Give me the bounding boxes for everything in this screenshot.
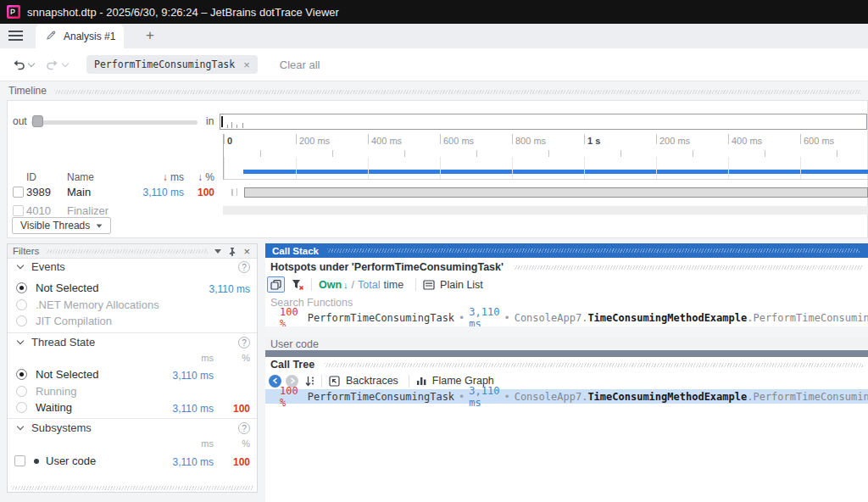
help-icon[interactable] [238, 261, 250, 273]
call-stack-header[interactable]: Call Stack [265, 243, 868, 258]
thread-checkbox[interactable] [13, 187, 24, 198]
thread-lifetime-bar[interactable] [244, 187, 868, 198]
pin-icon[interactable] [228, 247, 236, 256]
timeline-ruler: 0200 ms400 ms600 ms800 ms1 s200 ms400 ms… [223, 134, 868, 157]
filter-chip[interactable]: PerformTimeConsumingTask × [86, 55, 258, 74]
thread-state-section-title: Thread State [31, 336, 95, 349]
overview-tick [227, 125, 228, 128]
call-tree-title-texture [325, 363, 863, 367]
col-id[interactable]: ID [26, 171, 36, 183]
zoom-slider-track[interactable] [31, 120, 198, 125]
total-time-toggle[interactable]: Total [358, 279, 380, 291]
overview-tick [242, 123, 243, 128]
row-method: .PerformTimeConsumingTask(Int32) [747, 391, 868, 403]
row-pct: 100 % [280, 385, 298, 409]
new-tab-button[interactable]: + [141, 26, 159, 45]
col-ms[interactable]: ↓ ms [128, 171, 184, 183]
radio-selected-icon[interactable] [16, 282, 27, 293]
user-code-label: User code [270, 338, 319, 350]
redo-button[interactable] [46, 59, 59, 70]
filters-panel-title: Filters [13, 246, 39, 256]
panel-menu-icon[interactable] [214, 249, 221, 254]
user-code-section-row[interactable]: User code [265, 337, 868, 350]
filter-option-net-memory[interactable]: .NET Memory Allocations [8, 298, 257, 311]
collapse-chevron-icon [17, 262, 24, 269]
main-toolbar: PerformTimeConsumingTask × Clear all [0, 48, 868, 81]
undo-dropdown-icon[interactable] [28, 60, 35, 67]
clear-all-button[interactable]: Clear all [280, 59, 320, 71]
divider [8, 332, 257, 333]
thread-mini-tick [236, 188, 237, 196]
bullet-separator: • [459, 391, 465, 403]
filter-chip-close-icon[interactable]: × [243, 59, 250, 70]
radio-icon[interactable] [16, 315, 27, 326]
hotspot-function-row[interactable]: 100 % PerformTimeConsumingTask • 3,110 m… [265, 310, 868, 325]
thread-checkbox[interactable] [13, 205, 24, 216]
plain-list-icon[interactable] [423, 280, 435, 290]
filters-header-texture [46, 249, 208, 254]
col-name[interactable]: Name [67, 171, 94, 183]
bullet-separator: • [504, 312, 509, 324]
collapse-chevron-icon [17, 423, 24, 430]
sort-icon[interactable] [305, 376, 314, 387]
radio-icon[interactable] [16, 386, 27, 397]
filter-option-ts-not-selected[interactable]: Not Selected [8, 368, 257, 381]
filter-option-running[interactable]: Running [8, 385, 257, 398]
events-section-header[interactable]: Events [8, 260, 257, 273]
filter-option-ms: 3,110 ms [209, 283, 250, 295]
row-time-value: 3,110 ms [469, 385, 499, 409]
window-title: snnapshot.dtp - 2025/6/30, 9:26:24 – Jet… [27, 6, 339, 19]
help-icon[interactable] [238, 337, 250, 349]
plain-list-label[interactable]: Plain List [440, 279, 483, 291]
own-total-separator: / [352, 279, 354, 291]
timeline-activity-bar[interactable] [243, 170, 868, 174]
filter-chip-label: PerformTimeConsumingTask [94, 59, 235, 70]
overview-tick [231, 122, 232, 128]
timeline-overview-strip[interactable] [220, 114, 867, 130]
radio-icon[interactable] [16, 299, 27, 310]
tab-bar: Analysis #1 + [0, 24, 868, 48]
hotspots-title-texture [514, 265, 863, 270]
filter-option-user-code[interactable]: User code [8, 455, 257, 467]
subsystems-section-header[interactable]: Subsystems [8, 421, 257, 434]
visible-threads-label: Visible Threads [20, 220, 90, 231]
close-icon[interactable]: × [243, 245, 250, 258]
row-class: TimeConsumingMethodExample [587, 391, 747, 403]
remove-filter-icon[interactable] [292, 279, 304, 291]
help-icon[interactable] [238, 422, 250, 434]
col-pct[interactable]: ↓ % [187, 171, 214, 183]
merge-recursive-calls-toggle[interactable] [267, 276, 285, 293]
thread-lifetime-strip[interactable] [223, 206, 868, 215]
call-tree-title: Call Tree [270, 359, 314, 371]
redo-dropdown-icon[interactable] [62, 60, 69, 67]
hotspot-class: TimeConsumingMethodExample [587, 312, 747, 324]
search-functions-input[interactable] [270, 295, 626, 310]
filter-option-waiting[interactable]: Waiting [8, 401, 257, 414]
filter-option-jit[interactable]: JIT Compilation [8, 315, 257, 327]
thread-state-section-header[interactable]: Thread State [8, 336, 257, 349]
visible-threads-dropdown[interactable]: Visible Threads [12, 217, 111, 234]
hamburger-menu-icon[interactable] [8, 31, 23, 42]
zoom-in-label: in [206, 115, 214, 127]
tab-label: Analysis #1 [64, 31, 115, 42]
flame-graph-icon[interactable] [416, 376, 427, 386]
ms-column-label: ms [201, 353, 214, 363]
backtraces-icon[interactable] [329, 376, 341, 387]
backtraces-label[interactable]: Backtraces [346, 375, 398, 387]
section-splitter-bar[interactable] [265, 350, 868, 357]
undo-button[interactable] [12, 59, 25, 70]
subsystem-checkbox[interactable] [14, 455, 25, 466]
call-tree-selected-row[interactable]: 100 % PerformTimeConsumingTask • 3,110 m… [265, 389, 868, 404]
hotspot-method: .PerformTimeConsumingTask(Int32) [747, 312, 868, 324]
tab-analysis-1[interactable]: Analysis #1 [36, 24, 124, 48]
zoom-slider-handle[interactable] [32, 115, 43, 127]
bullet-separator: • [504, 391, 509, 403]
radio-selected-icon[interactable] [16, 369, 27, 380]
hotspots-title-row: Hotspots under 'PerformTimeConsumingTask… [270, 261, 863, 273]
own-time-toggle[interactable]: Own [319, 279, 348, 291]
pencil-icon [46, 29, 57, 44]
call-stack-title: Call Stack [272, 246, 319, 256]
subsystem-color-dot [34, 459, 39, 464]
timeline-panel: out in 0200 ms400 ms600 ms800 ms1 s200 m… [7, 100, 868, 238]
radio-icon[interactable] [16, 402, 27, 413]
